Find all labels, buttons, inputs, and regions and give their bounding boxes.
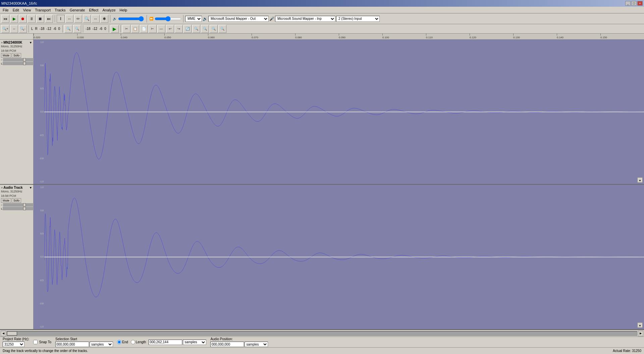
db2-scale-m18: -18 <box>85 27 91 31</box>
copy-button[interactable]: 📋 <box>131 25 139 33</box>
menu-view[interactable]: View <box>21 7 33 13</box>
track1-vscroll-button[interactable]: ▲ <box>637 177 643 183</box>
tool-envelope-button[interactable]: ↔ <box>65 15 73 23</box>
track2-dropdown-button[interactable]: ▼ <box>29 186 32 189</box>
end-input-row: samples <box>149 340 206 345</box>
track2-solo-button[interactable]: Solo <box>12 198 21 203</box>
transport-record-button[interactable]: ⏺ <box>19 15 27 23</box>
undo-button[interactable]: ↩ <box>166 25 174 33</box>
toolbar2-separator-2 <box>62 25 63 33</box>
tool-draw-button[interactable]: ✏ <box>74 15 82 23</box>
track1-waveform: 1.0 0.8 0.5 0.0 -0.5 -0.8 -1.0 ▲ <box>34 40 644 184</box>
ruler-tick-1: 0.030 <box>77 36 84 39</box>
menu-file[interactable]: File <box>1 7 11 13</box>
zoom-out-h-button[interactable]: 🔍 <box>73 25 81 33</box>
project-rate-select[interactable]: 31250 <box>3 342 24 347</box>
volume-icon: 🔊 <box>112 17 117 20</box>
zoom-in-h-button[interactable]: 🔍 <box>64 25 72 33</box>
end-length-group: End Length samples <box>117 340 206 345</box>
zoom-out-button[interactable]: 🔍- <box>19 25 27 33</box>
cut-button[interactable]: ✂ <box>122 25 130 33</box>
zoom-out2-button[interactable]: 🔍 <box>201 25 209 33</box>
hscroll-right-button[interactable]: ▶ <box>638 331 643 336</box>
menu-tracks[interactable]: Tracks <box>53 7 68 13</box>
transport-rewind-button[interactable]: ⏮ <box>1 15 9 23</box>
paste-button[interactable]: 📄 <box>140 25 148 33</box>
tool-select-button[interactable]: I <box>57 15 65 23</box>
track1-close-button[interactable]: × <box>1 41 3 44</box>
output-device-select[interactable]: Microsoft Sound Mapper - Out <box>208 16 269 22</box>
length-radio[interactable] <box>131 340 135 344</box>
zoom-in2-button[interactable]: 🔍 <box>192 25 200 33</box>
selection-start-input[interactable] <box>55 342 89 347</box>
tool-timeshift-button[interactable]: ↔ <box>92 15 100 23</box>
menu-effect[interactable]: Effect <box>87 7 101 13</box>
driver-select[interactable]: MME <box>185 16 202 22</box>
menu-analyze[interactable]: Analyze <box>100 7 117 13</box>
track1-y-m0.5: -0.5 <box>34 134 44 136</box>
snap-to-checkbox[interactable] <box>33 340 38 344</box>
silence-button[interactable]: — <box>157 25 165 33</box>
hscroll-thumb[interactable] <box>7 331 17 336</box>
track1-solo-button[interactable]: Solo <box>12 53 21 58</box>
audio-position-input[interactable] <box>210 342 244 347</box>
menu-edit[interactable]: Edit <box>11 7 21 13</box>
zoom-in-button[interactable]: 🔍+ <box>1 25 9 33</box>
track2-l-label: L <box>1 207 2 210</box>
menubar: File Edit View Transport Tracks Generate… <box>0 7 644 13</box>
audio-position-unit-select[interactable]: samples <box>245 342 268 347</box>
transport-forward-button[interactable]: ⏭ <box>45 15 53 23</box>
hscroll-left-button[interactable]: ◀ <box>1 331 6 336</box>
transport-pause-button[interactable]: ⏸ <box>28 15 36 23</box>
play-green-button[interactable]: ▶ <box>111 25 119 33</box>
audio-position-group: Audio Position: samples <box>210 337 268 347</box>
track1-y-m0.8: -0.8 <box>34 157 44 160</box>
toolbar-separator-2 <box>110 15 110 23</box>
db2-scale-0: 0 <box>104 27 107 31</box>
ruler-tick-4: 0.060 <box>208 36 215 39</box>
track2-vscroll-button[interactable]: ▲ <box>637 322 643 328</box>
track2-y-m0.5: -0.5 <box>34 279 44 281</box>
snap-to-label: Snap To <box>39 340 51 344</box>
menu-help[interactable]: Help <box>118 7 129 13</box>
redo-button[interactable]: ↪ <box>175 25 183 33</box>
end-value-input[interactable] <box>149 340 182 345</box>
sync-button[interactable]: 🔄 <box>183 25 192 33</box>
close-button[interactable]: × <box>637 1 643 6</box>
menu-transport[interactable]: Transport <box>33 7 53 13</box>
toolbar-separator-1 <box>55 15 55 23</box>
ruler-tick-13: 0.150 <box>600 36 607 39</box>
trim-button[interactable]: ⊢ <box>149 25 157 33</box>
menu-generate[interactable]: Generate <box>68 7 87 13</box>
end-unit-select[interactable]: samples <box>183 340 206 345</box>
track2-close-button[interactable]: × <box>1 186 3 189</box>
track2-mute-button[interactable]: Mute <box>1 198 11 203</box>
ruler-tick-12: 0.140 <box>557 36 564 39</box>
zoom-fit2-button[interactable]: 🔍 <box>218 25 226 33</box>
channels-select[interactable]: 2 (Stereo) Input <box>336 16 380 22</box>
zoom-fit-button[interactable]: ↔ <box>10 25 18 33</box>
track1-dropdown-button[interactable]: ▼ <box>29 41 32 44</box>
zoom-sel-button[interactable]: 🔍 <box>210 25 218 33</box>
track1-btn-row: Mute Solo <box>1 53 32 58</box>
snap-to-group: Snap To <box>33 340 51 344</box>
end-radio[interactable] <box>117 340 121 344</box>
ruler-tick-7: 0.090 <box>339 36 345 39</box>
maximize-button[interactable]: □ <box>631 1 637 6</box>
transport-stop-button[interactable]: ⏹ <box>36 15 44 23</box>
minimize-button[interactable]: _ <box>625 1 631 6</box>
hscrollbar[interactable] <box>7 331 637 336</box>
toolbar-separator-3 <box>147 15 147 23</box>
transport-play-button[interactable]: ▶ <box>10 15 18 23</box>
track1-y-0.8: 0.8 <box>34 64 44 67</box>
track1-y-1.0: 1.0 <box>34 41 44 43</box>
tool-multi-button[interactable]: ✱ <box>100 15 108 23</box>
track1-name: MN234000K <box>3 41 29 44</box>
input-device-select[interactable]: Microsoft Sound Mapper - Inp <box>275 16 335 22</box>
speed-slider[interactable] <box>155 16 181 21</box>
volume-slider[interactable] <box>118 16 145 21</box>
tool-zoom-button[interactable]: 🔍 <box>83 15 91 23</box>
track-row-1: × MN234000K ▼ Mono, 31250Hz 16-bit PCM M… <box>0 40 644 185</box>
selection-start-unit-select[interactable]: samples <box>90 342 113 347</box>
track1-mute-button[interactable]: Mute <box>1 53 11 58</box>
